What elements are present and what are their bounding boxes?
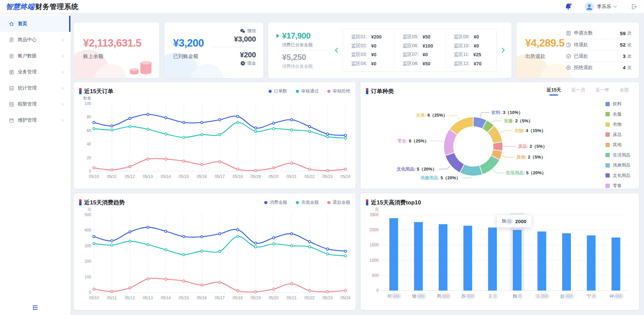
svg-text:05/23: 05/23 — [322, 174, 332, 179]
zone-amount: 监区08:¥50 — [402, 59, 437, 68]
orders-line-chart[interactable]: 05/1005/1105/1205/1305/1405/1505/1605/17… — [79, 96, 350, 181]
svg-text:魏: 魏 — [513, 294, 517, 299]
legend-swatch-icon — [605, 112, 610, 116]
sidebar-item-statistics[interactable]: 统计管理 — [0, 80, 70, 96]
refund-stat-row: 拒绝退款4次 — [566, 62, 632, 73]
chevron-right-icon — [61, 38, 64, 42]
carousel-right-icon[interactable] — [498, 47, 508, 53]
username[interactable]: 李乐乐 — [597, 4, 611, 10]
main-content: ¥2,113,631.5 账上余额 ¥3,200 已到账金额 微信 — [70, 13, 644, 315]
cash-amount: ¥200 — [212, 51, 256, 59]
masked-name — [507, 219, 512, 224]
permission-icon — [9, 102, 14, 107]
svg-text:其他: 2（5%）: 其他: 2（5%） — [516, 154, 545, 160]
bar-tooltip: 魏 2000 — [496, 215, 532, 228]
zone-amount: 监区09:¥0 — [454, 33, 488, 41]
legend-item[interactable]: 消费金额 — [264, 199, 287, 205]
svg-text:数量: 数量 — [83, 96, 91, 101]
pie-legend-item[interactable]: 生活用品 — [605, 152, 630, 158]
zone-amount: 监区11:¥25 — [454, 50, 488, 59]
legend-swatch-icon — [605, 184, 610, 188]
svg-text:周: 周 — [437, 294, 441, 299]
svg-text:宁: 宁 — [587, 294, 591, 299]
consume-trend-line-chart[interactable]: 05/1005/1105/1205/1305/1405/1505/1605/17… — [79, 207, 350, 303]
tab-近15天[interactable]: 近15天 — [546, 87, 561, 96]
tab-近一月[interactable]: 近一月 — [571, 87, 585, 96]
sidebar-item-product[interactable]: 商品中心 — [0, 32, 70, 48]
tab-全部[interactable]: 全部 — [620, 87, 629, 96]
top10-title: 近15天高消费top10 — [371, 199, 421, 206]
chevron-right-icon — [61, 54, 64, 58]
zone-amount: 监区05:¥50 — [402, 33, 437, 41]
notification-bell-icon[interactable] — [564, 2, 573, 11]
top10-card: 近15天高消费top10 05001000150020002500元何饶周苏王魏… — [361, 193, 639, 310]
balance-amount: ¥2,113,631.5 — [83, 37, 159, 49]
cash-icon: ¥ — [240, 61, 245, 66]
pie-legend-item[interactable]: 饮料 — [605, 101, 630, 107]
svg-text:05/24: 05/24 — [340, 174, 350, 179]
order-types-legend: 饮料衣服衣物床品其他生活用品洗漱用品文化用品零食水果 — [605, 101, 630, 189]
distribution-card: ¥17,900 消费已分发金额 ¥5,250 消费待分发金额 监区01:¥200… — [268, 22, 512, 78]
svg-text:05/12: 05/12 — [125, 174, 135, 179]
pie-legend-item[interactable]: 洗漱用品 — [605, 162, 630, 168]
svg-text:80: 80 — [87, 115, 92, 119]
sidebar-item-label: 业务管理 — [18, 69, 37, 75]
pie-legend-item[interactable]: 衣服 — [605, 111, 630, 117]
collapse-menu-icon[interactable] — [0, 304, 70, 311]
sidebar-item-permission[interactable]: 权限管理 — [0, 96, 70, 112]
svg-text:05/12: 05/12 — [125, 296, 135, 300]
pie-legend-item[interactable]: 衣物 — [605, 121, 630, 127]
chevron-down-icon[interactable] — [613, 5, 617, 9]
balance-card: ¥2,113,631.5 账上余额 — [74, 22, 159, 78]
legend-swatch-icon — [605, 132, 610, 137]
title-bar-icon — [366, 88, 368, 94]
svg-text:05/17: 05/17 — [215, 174, 225, 179]
svg-text:05/24: 05/24 — [340, 296, 350, 300]
sidebar-item-maintenance[interactable]: 维护管理 — [0, 112, 70, 128]
svg-text:05/13: 05/13 — [143, 174, 153, 179]
svg-text:床品: 2（5%）: 床品: 2（5%） — [518, 144, 547, 149]
legend-item[interactable]: 退款金额 — [327, 199, 350, 205]
zone-amount: 监区02:¥0 — [351, 42, 386, 50]
sidebar: 首页商品中心账户数据业务管理统计管理权限管理维护管理 — [0, 14, 70, 315]
svg-text:500: 500 — [372, 273, 379, 278]
svg-text:05/21: 05/21 — [286, 174, 297, 179]
user-avatar[interactable] — [585, 2, 594, 11]
carousel-left-icon[interactable] — [331, 47, 341, 53]
title-bar-icon — [366, 199, 368, 205]
received-card: ¥3,200 已到账金额 微信 ¥3,000 ¥200 — [164, 22, 263, 78]
svg-text:05/18: 05/18 — [233, 296, 243, 300]
pending-amount: ¥5,250 — [282, 53, 331, 62]
pie-legend-item[interactable]: 其他 — [605, 142, 630, 148]
svg-text:20: 20 — [87, 155, 92, 160]
legend-dot-icon — [327, 201, 330, 204]
legend-item[interactable]: 充值金额 — [296, 199, 319, 205]
legend-item[interactable]: 订单数 — [269, 88, 287, 94]
svg-text:05/20: 05/20 — [269, 296, 279, 300]
tab-近一年[interactable]: 近一年 — [595, 87, 609, 96]
sidebar-item-label: 商品中心 — [18, 37, 37, 43]
svg-text:2000: 2000 — [370, 228, 379, 232]
pie-legend-item[interactable]: 零食 — [605, 183, 630, 189]
legend-item[interactable]: 审核通过 — [296, 88, 319, 94]
chevron-right-icon — [61, 119, 64, 122]
pie-legend-item[interactable]: 文化用品 — [605, 173, 630, 179]
svg-text:05/10: 05/10 — [89, 296, 99, 300]
top-bar: 智慧终端 财务管理系统 李乐乐 — [0, 0, 644, 13]
sidebar-item-business[interactable]: 业务管理 — [0, 64, 70, 80]
sidebar-item-account[interactable]: 账户数据 — [0, 48, 70, 64]
logout-icon[interactable] — [631, 3, 637, 10]
svg-text:05/23: 05/23 — [322, 296, 332, 300]
order-types-donut-chart[interactable]: 饮料: 3（10%）衣服: 2（5%）衣物: 4（15%）床品: 2（5%）其他… — [366, 96, 574, 181]
sidebar-item-label: 维护管理 — [18, 117, 37, 123]
title-bar-icon — [79, 88, 82, 94]
legend-item[interactable]: 审核拒绝 — [327, 88, 350, 94]
svg-text:0: 0 — [376, 288, 379, 293]
sidebar-item-home[interactable]: 首页 — [0, 16, 70, 32]
pie-legend-item[interactable]: 床品 — [605, 132, 630, 138]
svg-text:1000: 1000 — [370, 258, 379, 263]
svg-text:1500: 1500 — [370, 243, 379, 247]
svg-text:0: 0 — [89, 169, 91, 174]
svg-text:水果: 6（25%）: 水果: 6（25%） — [416, 113, 447, 118]
svg-text:生活用品: 5（20%）: 生活用品: 5（20%） — [506, 170, 546, 175]
